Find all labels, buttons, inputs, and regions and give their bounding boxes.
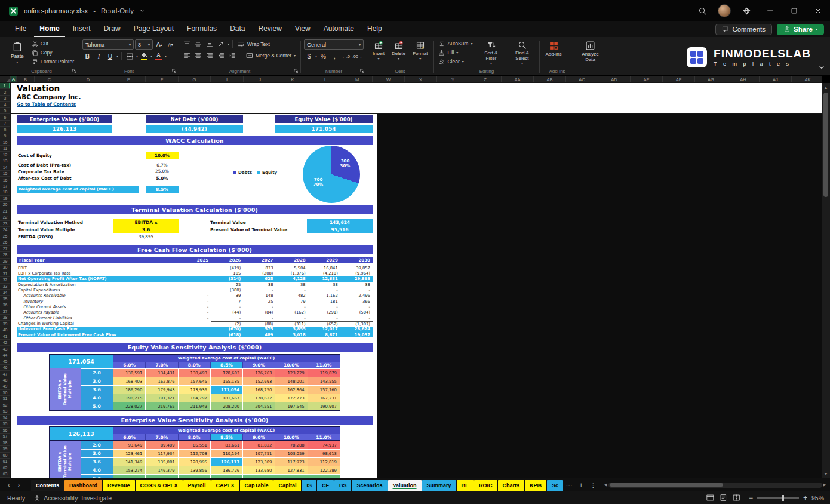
- column-header-AA[interactable]: AA: [502, 76, 534, 83]
- row-header-22[interactable]: 22: [0, 214, 10, 220]
- autosum-button[interactable]: AutoSum▾: [436, 39, 474, 48]
- sensitivity-cell[interactable]: 112,819: [308, 457, 340, 466]
- column-header-X[interactable]: X: [405, 76, 437, 83]
- row-header-8[interactable]: 8: [0, 127, 10, 133]
- sensitivity-cell[interactable]: 191,321: [145, 394, 177, 402]
- page-break-view-icon[interactable]: [733, 494, 740, 502]
- clear-button[interactable]: Clear▾: [436, 57, 474, 66]
- close-button[interactable]: [806, 0, 830, 21]
- row-header-20[interactable]: 20: [0, 202, 10, 208]
- row-header-16[interactable]: 16: [0, 177, 10, 183]
- cell-value[interactable]: (314): [211, 276, 243, 281]
- find-select-button[interactable]: Find & Select▾: [508, 39, 536, 66]
- sensitivity-cell[interactable]: 117,934: [145, 449, 177, 457]
- cell-value[interactable]: 12,017: [308, 327, 340, 331]
- table-of-contents-link[interactable]: Go to Table of Contents: [17, 102, 76, 107]
- align-middle-button[interactable]: [193, 39, 204, 49]
- new-sheet-button[interactable]: +: [575, 479, 587, 491]
- column-header-AC[interactable]: AC: [566, 76, 598, 83]
- cell-value[interactable]: (44): [211, 310, 243, 315]
- column-header-A[interactable]: A: [11, 76, 17, 83]
- sensitivity-cell[interactable]: 179,943: [145, 385, 177, 394]
- currency-format-button[interactable]: $: [304, 51, 314, 61]
- row-header-19[interactable]: 19: [0, 196, 10, 202]
- sheet-tab-capex[interactable]: CAPEX: [211, 480, 239, 491]
- sensitivity-cell[interactable]: 186,290: [113, 385, 145, 394]
- multiple-row-header[interactable]: 5.0: [81, 402, 113, 410]
- cell-value[interactable]: -: [275, 305, 308, 309]
- sensitivity-cell[interactable]: 123,229: [275, 368, 307, 377]
- row-header-40[interactable]: 40: [0, 327, 10, 333]
- menu-review[interactable]: Review: [253, 21, 287, 37]
- cell-value[interactable]: (208): [243, 271, 275, 276]
- cell-value[interactable]: -: [243, 305, 275, 309]
- cell-value[interactable]: 38: [340, 282, 373, 287]
- sheet-tab-scenarios[interactable]: Scenarios: [352, 480, 387, 491]
- row-header-50[interactable]: 50: [0, 390, 10, 396]
- wacc-column-header[interactable]: 8.5%: [210, 362, 242, 368]
- row-header-15[interactable]: 15: [0, 171, 10, 177]
- cell-value[interactable]: (162): [275, 310, 308, 315]
- row-header-60[interactable]: 60: [0, 453, 10, 459]
- horizontal-scroll-thumb[interactable]: [610, 483, 723, 487]
- row-header-41[interactable]: 41: [0, 333, 10, 339]
- cell-value[interactable]: -: [211, 316, 243, 321]
- chevron-down-icon[interactable]: [139, 8, 145, 14]
- sensitivity-cell[interactable]: 157,760: [308, 385, 340, 394]
- column-header-M[interactable]: M: [342, 76, 373, 83]
- cell-value[interactable]: (504): [340, 310, 373, 315]
- row-header-58[interactable]: 58: [0, 440, 10, 446]
- sensitivity-cell[interactable]: 171,054: [210, 385, 242, 394]
- cut-button[interactable]: Cut: [30, 39, 76, 48]
- row-header-1[interactable]: 1: [0, 83, 10, 89]
- avatar[interactable]: [718, 4, 731, 17]
- row-header-6[interactable]: 6: [0, 114, 10, 120]
- sheet-tab-be[interactable]: BE: [457, 480, 474, 491]
- sensitivity-cell[interactable]: 228,027: [113, 402, 145, 410]
- menu-data[interactable]: Data: [225, 21, 250, 37]
- scroll-down-icon[interactable]: ▼: [824, 469, 828, 478]
- sensitivity-cell[interactable]: 81,822: [242, 441, 275, 449]
- cell-value[interactable]: 833: [243, 266, 275, 271]
- vertical-scroll-thumb[interactable]: [823, 93, 828, 197]
- wacc-column-header[interactable]: 11.0%: [308, 434, 340, 441]
- cell-value[interactable]: (380): [211, 288, 243, 293]
- cell-value[interactable]: -: [179, 305, 211, 309]
- column-header-AG[interactable]: AG: [695, 76, 727, 83]
- percent-format-button[interactable]: %: [318, 51, 328, 61]
- cell-value[interactable]: -: [308, 316, 340, 321]
- wacc-column-header[interactable]: 7.0%: [145, 434, 177, 441]
- cell-value[interactable]: 79: [275, 299, 308, 304]
- multiple-row-header[interactable]: 3.6: [81, 457, 113, 466]
- row-header-42[interactable]: 42: [0, 340, 10, 346]
- row-header-30[interactable]: 30: [0, 265, 10, 271]
- row-header-55[interactable]: 55: [0, 421, 10, 427]
- analyze-data-button[interactable]: Analyze Data: [576, 39, 605, 63]
- dialog-launcher-icon[interactable]: [359, 68, 365, 73]
- cell-value[interactable]: 8,671: [308, 333, 340, 337]
- align-bottom-button[interactable]: [205, 39, 215, 49]
- row-header-10[interactable]: 10: [0, 139, 10, 145]
- sensitivity-cell[interactable]: 119,879: [308, 368, 340, 377]
- cell-value[interactable]: 12,631: [308, 276, 340, 281]
- sensitivity-cell[interactable]: 89,489: [145, 441, 177, 449]
- cell-value[interactable]: 489: [243, 333, 275, 337]
- sensitivity-cell[interactable]: 146,379: [145, 466, 177, 474]
- cell-value[interactable]: (311): [275, 321, 308, 327]
- sheet-tab-payroll[interactable]: Payroll: [183, 480, 211, 491]
- increase-font-size-button[interactable]: A▴: [154, 40, 164, 50]
- pv-terminal-value-cell[interactable]: 95,516: [307, 226, 373, 233]
- sensitivity-cell[interactable]: 123,461: [113, 449, 145, 457]
- sheet-tab-cogs-opex[interactable]: COGS & OPEX: [136, 480, 183, 491]
- row-header-38[interactable]: 38: [0, 315, 10, 321]
- dialog-launcher-icon[interactable]: [72, 68, 77, 73]
- cell-value[interactable]: -: [308, 288, 340, 293]
- cell-value[interactable]: 181: [308, 299, 340, 304]
- cell-value[interactable]: 29,893: [340, 276, 373, 281]
- cell-value[interactable]: -: [179, 316, 211, 321]
- row-header-27[interactable]: 27: [0, 246, 10, 252]
- tax-rate-cell[interactable]: 25.0%: [146, 168, 179, 174]
- zoom-level[interactable]: 95%: [811, 494, 824, 502]
- row-header-21[interactable]: 21: [0, 208, 10, 214]
- prev-sheet-button[interactable]: ‹: [4, 479, 14, 491]
